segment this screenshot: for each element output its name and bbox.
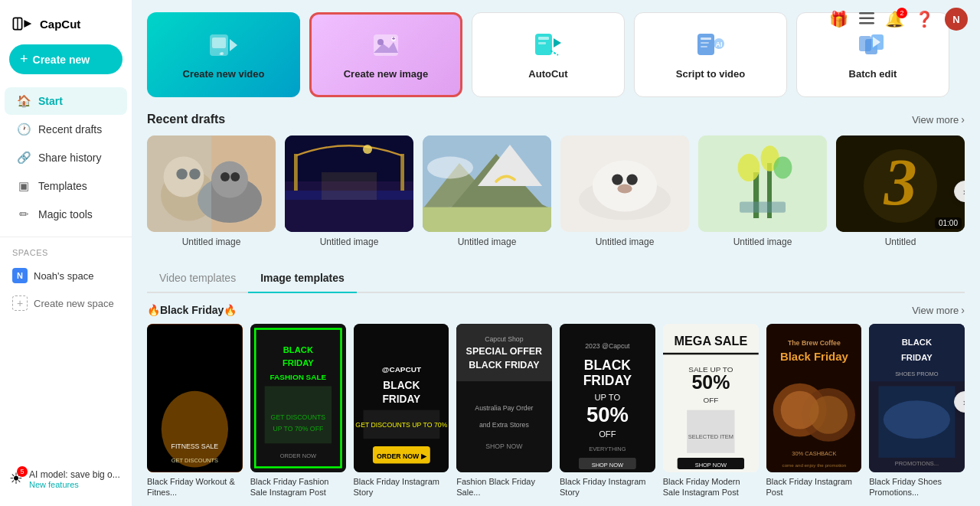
svg-rect-20 — [701, 42, 709, 44]
template-item-1[interactable]: BLACK FRIDAY FITNESS SALE GET DISCOUNTS … — [147, 324, 243, 498]
create-space-button[interactable]: + Create new space — [0, 289, 132, 317]
template-label-1: Black Friday Workout & Fitnes... — [147, 476, 243, 498]
drafts-grid: Untitled image — [147, 135, 965, 247]
svg-text:FRIDAY: FRIDAY — [901, 353, 933, 362]
sidebar-item-label-history: Share history — [38, 152, 101, 164]
svg-rect-49 — [423, 207, 551, 232]
ai-notice-text: AI model: save big o... New features — [29, 469, 120, 489]
draft-thumb-6: 3 01:00 — [836, 135, 965, 232]
svg-rect-116 — [687, 410, 734, 453]
create-video-card[interactable]: + Create new video — [147, 12, 300, 97]
draft-item-5[interactable]: Untitled image — [698, 135, 827, 247]
tab-video-templates[interactable]: Video templates — [147, 266, 248, 293]
home-icon: 🏠 — [17, 94, 31, 108]
black-friday-header: 🔥Black Friday🔥 View more › — [147, 304, 965, 316]
svg-text:BLACK FRIDAY: BLACK FRIDAY — [469, 360, 540, 371]
draft-label-5: Untitled image — [698, 237, 827, 247]
ai-notice-subtitle: New features — [29, 480, 120, 489]
plus-icon: + — [20, 51, 28, 67]
magic-icon: ✏ — [17, 207, 31, 221]
script-to-video-card[interactable]: AI Script to video — [634, 12, 787, 97]
recent-drafts-view-more[interactable]: View more › — [912, 113, 965, 126]
svg-rect-21 — [701, 46, 707, 47]
template-thumb-1: BLACK FRIDAY FITNESS SALE GET DISCOUNTS — [147, 324, 243, 472]
menu-lines-icon[interactable] — [859, 11, 874, 28]
sidebar-item-history[interactable]: 🔗 Share history — [5, 144, 127, 171]
help-icon[interactable]: ❓ — [915, 10, 934, 28]
draft-item-3[interactable]: Untitled image — [423, 135, 551, 247]
svg-marker-7 — [230, 39, 237, 51]
draft-thumb-3 — [423, 135, 551, 232]
template-item-8[interactable]: BLACK FRIDAY SHOES PROMO PROMOTIONS... B… — [869, 324, 965, 498]
svg-text:FRIDAY: FRIDAY — [382, 393, 420, 405]
draft-item-4[interactable]: Untitled image — [560, 135, 689, 247]
draft-thumb-2 — [285, 135, 413, 232]
svg-point-54 — [612, 174, 622, 184]
sidebar-item-templates[interactable]: ▣ Templates — [5, 172, 127, 200]
main-content: + Create new video + Create new image — [132, 0, 980, 506]
space-noahs[interactable]: N Noah's space — [0, 262, 132, 289]
create-space-icon: + — [12, 295, 28, 311]
template-item-5[interactable]: 2023 @Capcut BLACK FRIDAY UP TO 50% OFF … — [560, 324, 655, 498]
template-item-7[interactable]: The Brew Coffee Black Friday 30% CASHBAC… — [766, 324, 862, 498]
chevron-right-icon: › — [961, 113, 965, 126]
template-item-3[interactable]: @CAPCUT BLACK FRIDAY GET DISCOUNTS UP TO… — [354, 324, 449, 498]
svg-text:Australia Pay Order: Australia Pay Order — [475, 404, 534, 412]
svg-text:30% CASHBACK: 30% CASHBACK — [792, 450, 836, 457]
logo-area: CapCut — [0, 9, 132, 44]
svg-text:GET DISCOUNTS: GET DISCOUNTS — [270, 413, 325, 421]
sidebar-item-start[interactable]: 🏠 Start — [5, 87, 127, 115]
template-thumb-3: @CAPCUT BLACK FRIDAY GET DISCOUNTS UP TO… — [354, 324, 449, 472]
svg-text:FITNESS SALE: FITNESS SALE — [172, 442, 219, 450]
tab-image-templates[interactable]: Image templates — [248, 266, 357, 293]
sidebar-item-recent[interactable]: 🕐 Recent drafts — [5, 116, 127, 143]
draft-label-6: Untitled — [836, 237, 965, 247]
svg-point-66 — [864, 149, 937, 223]
ai-notice-title: AI model: save big o... — [29, 469, 120, 480]
autocut-card[interactable]: AutoCut — [472, 12, 625, 97]
template-label-4: Fashion Black Friday Sale... — [456, 476, 552, 498]
svg-text:AI: AI — [716, 41, 723, 48]
create-image-label: Create new image — [344, 68, 429, 80]
svg-point-34 — [211, 162, 248, 198]
create-button-label: Create new — [33, 54, 90, 66]
template-label-5: Black Friday Instagram Story — [560, 476, 655, 498]
template-item-6[interactable]: MEGA SALE SALE UP TO 50% OFF SELECTED IT… — [663, 324, 759, 498]
svg-point-43 — [363, 145, 372, 154]
svg-rect-4 — [859, 22, 874, 24]
create-image-card[interactable]: + Create new image — [309, 12, 462, 97]
templates-section: Video templates Image templates 🔥Black F… — [147, 266, 965, 498]
template-item-2[interactable]: BLACK FRIDAY FASHION SALE GET DISCOUNTS … — [250, 324, 346, 498]
ai-notice-area[interactable]: ☀ 5 AI model: save big o... New features — [0, 462, 132, 497]
create-image-icon: + — [371, 30, 401, 60]
create-new-button[interactable]: + Create new — [9, 44, 122, 74]
space-name: Noah's space — [34, 270, 93, 282]
svg-text:come and enjoy the promotion: come and enjoy the promotion — [782, 462, 846, 468]
svg-text:50%: 50% — [586, 403, 629, 426]
clock-icon: 🕐 — [17, 122, 31, 136]
svg-point-35 — [220, 172, 230, 181]
sidebar-divider — [0, 237, 132, 237]
sidebar-item-magic[interactable]: ✏ Magic tools — [5, 201, 127, 228]
svg-rect-37 — [147, 135, 211, 232]
svg-text:UP TO: UP TO — [595, 393, 621, 402]
svg-rect-112 — [663, 353, 759, 354]
user-avatar[interactable]: N — [945, 8, 968, 31]
draft-item-2[interactable]: Untitled image — [285, 135, 413, 247]
draft-item-1[interactable]: Untitled image — [147, 135, 276, 247]
templates-view-more[interactable]: View more › — [912, 304, 965, 316]
template-thumb-7: The Brew Coffee Black Friday 30% CASHBAC… — [766, 324, 862, 472]
draft-item-6[interactable]: 3 01:00 Untitled — [836, 135, 965, 247]
app-name: CapCut — [40, 18, 80, 31]
create-video-label: Create new video — [183, 68, 265, 80]
svg-rect-6 — [212, 38, 226, 48]
sidebar-nav: 🏠 Start 🕐 Recent drafts 🔗 Share history … — [0, 87, 132, 229]
notification-icon[interactable]: 🔔 2 — [885, 10, 904, 28]
svg-text:GET DISCOUNTS: GET DISCOUNTS — [172, 457, 218, 464]
script-label: Script to video — [676, 68, 745, 80]
svg-rect-63 — [740, 201, 786, 212]
script-icon: AI — [695, 30, 726, 60]
template-item-4[interactable]: Capcut Shop SPECIAL OFFER BLACK FRIDAY A… — [456, 324, 552, 498]
svg-point-135 — [884, 400, 950, 439]
gift-icon[interactable]: 🎁 — [829, 10, 848, 28]
